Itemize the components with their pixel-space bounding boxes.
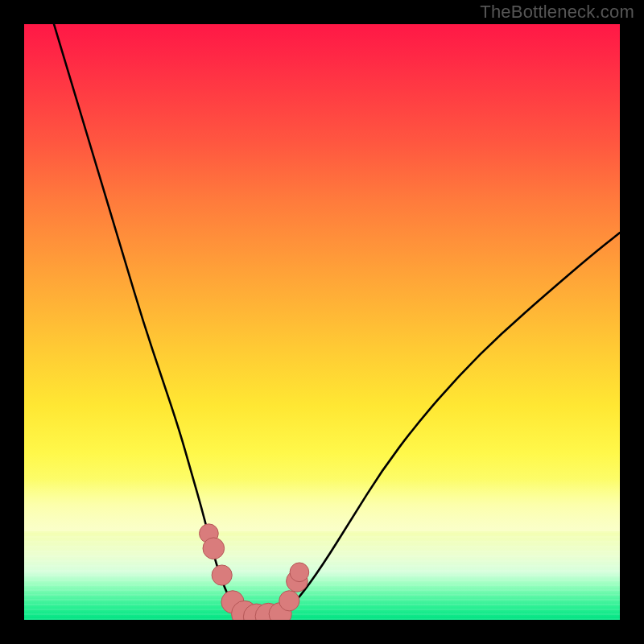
marker-bead — [279, 591, 299, 611]
marker-bead — [290, 563, 309, 582]
app-frame: TheBottleneck.com — [0, 0, 644, 644]
marker-bead — [203, 538, 225, 559]
marker-beads — [200, 524, 309, 620]
watermark-label: TheBottleneck.com — [480, 2, 634, 23]
bottleneck-curve — [54, 24, 620, 617]
curve-layer — [24, 24, 620, 620]
marker-bead — [212, 565, 232, 585]
plot-area — [24, 24, 620, 620]
